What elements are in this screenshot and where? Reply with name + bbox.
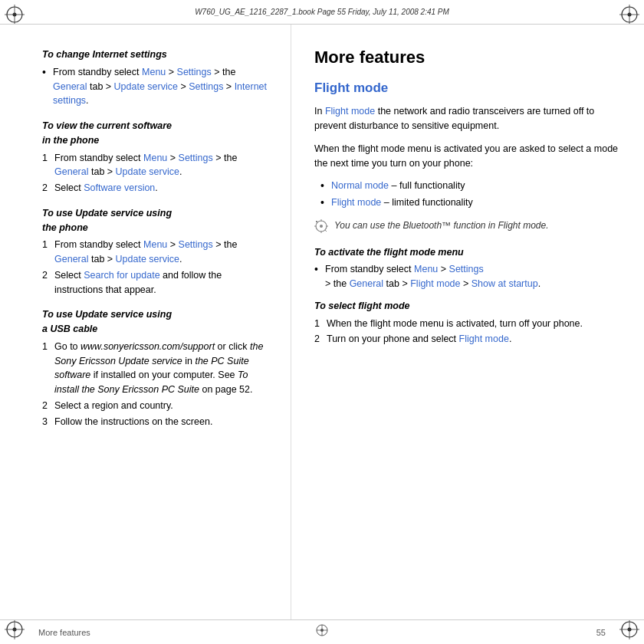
view-software-item1: 1 From standby select Menu > Settings > … bbox=[42, 151, 271, 180]
flight-mode-para2: When the flight mode menu is activated y… bbox=[314, 142, 621, 172]
link-general-activate: General bbox=[350, 278, 383, 289]
bullet-dot: • bbox=[42, 65, 53, 108]
section-change-internet-title: To change Internet settings bbox=[42, 48, 271, 62]
flight-mode-bullet: • Flight mode – limited functionality bbox=[320, 196, 621, 211]
link-menu2: Menu bbox=[143, 153, 167, 163]
link-flight-mode-1: Flight mode bbox=[325, 106, 375, 117]
link-menu3: Menu bbox=[143, 239, 167, 250]
tip-icon bbox=[314, 219, 331, 238]
select-item2: 2 Turn on your phone and select Flight m… bbox=[314, 332, 621, 347]
change-internet-text: From standby select Menu > Settings > th… bbox=[53, 65, 271, 108]
link-general2: General bbox=[54, 166, 88, 177]
main-content: To change Internet settings • From stand… bbox=[0, 25, 644, 619]
link-general: General bbox=[53, 81, 87, 92]
link-settings3: Settings bbox=[179, 153, 213, 163]
update-usb-item1: 1 Go to www.sonyericsson.com/support or … bbox=[42, 340, 271, 397]
view-software-item2: 2 Select Software version. bbox=[42, 181, 271, 196]
select-item1: 1 When the flight mode menu is activated… bbox=[314, 317, 621, 331]
link-settings2: Settings bbox=[189, 81, 223, 92]
link-flight-mode-activate: Flight mode bbox=[410, 278, 460, 289]
link-general3: General bbox=[54, 254, 88, 264]
link-search-update: Search for update bbox=[84, 270, 159, 281]
link-flight-mode-select: Flight mode bbox=[459, 334, 509, 344]
bottom-center-mark bbox=[315, 623, 329, 639]
header-bar: W760_UG_AE_1216_2287_1.book Page 55 Frid… bbox=[0, 0, 644, 25]
update-phone-item2: 2 Select Search for update and follow th… bbox=[42, 268, 271, 297]
flight-mode-para1: In Flight mode the network and radio tra… bbox=[314, 104, 621, 134]
footer-left: More features bbox=[38, 628, 90, 637]
left-column: To change Internet settings • From stand… bbox=[0, 25, 291, 619]
svg-line-23 bbox=[325, 230, 327, 232]
activate-title: To activate the flight mode menu bbox=[314, 245, 621, 260]
section-view-software-title: To view the current softwarein the phone bbox=[42, 119, 271, 148]
link-settings-activate: Settings bbox=[449, 264, 484, 274]
tip-box: You can use the Bluetooth™ function in F… bbox=[314, 219, 621, 238]
link-show-startup: Show at startup bbox=[472, 278, 538, 289]
link-flight-mode-2: Flight mode bbox=[331, 197, 381, 208]
link-settings4: Settings bbox=[179, 239, 213, 250]
update-phone-item1: 1 From standby select Menu > Settings > … bbox=[42, 238, 271, 267]
link-software-version: Software version bbox=[84, 182, 155, 193]
link-normal-mode: Normal mode bbox=[331, 180, 389, 191]
select-title: To select flight mode bbox=[314, 299, 621, 314]
svg-point-17 bbox=[320, 225, 323, 228]
header-text: W760_UG_AE_1216_2287_1.book Page 55 Frid… bbox=[195, 8, 449, 16]
link-menu: Menu bbox=[142, 67, 166, 77]
update-usb-item2: 2 Select a region and country. bbox=[42, 399, 271, 413]
flight-mode-subheading: Flight mode bbox=[314, 78, 621, 98]
activate-bullet: • From standby select Menu > Settings> t… bbox=[314, 262, 621, 291]
link-update3: Update service bbox=[116, 254, 179, 264]
section-update-phone-title: To use Update service usingthe phone bbox=[42, 206, 271, 235]
main-heading: More features bbox=[314, 48, 621, 67]
normal-mode-bullet: • Normal mode – full functionality bbox=[320, 179, 621, 194]
update-usb-item3: 3 Follow the instructions on the screen. bbox=[42, 415, 271, 429]
link-update-service: Update service bbox=[114, 81, 178, 92]
flight-mode-bullet-list: • Normal mode – full functionality • Fli… bbox=[320, 179, 621, 210]
tip-text-content: You can use the Bluetooth™ function in F… bbox=[334, 220, 549, 231]
tip-text: You can use the Bluetooth™ function in F… bbox=[334, 219, 549, 232]
link-settings: Settings bbox=[177, 67, 212, 77]
section-update-usb-title: To use Update service usinga USB cable bbox=[42, 307, 271, 337]
link-update2: Update service bbox=[116, 166, 179, 177]
link-menu-activate: Menu bbox=[414, 264, 438, 274]
change-internet-bullet: • From standby select Menu > Settings > … bbox=[42, 65, 271, 108]
footer-page-number: 55 bbox=[596, 628, 606, 637]
right-column: More features Flight mode In Flight mode… bbox=[291, 25, 644, 619]
